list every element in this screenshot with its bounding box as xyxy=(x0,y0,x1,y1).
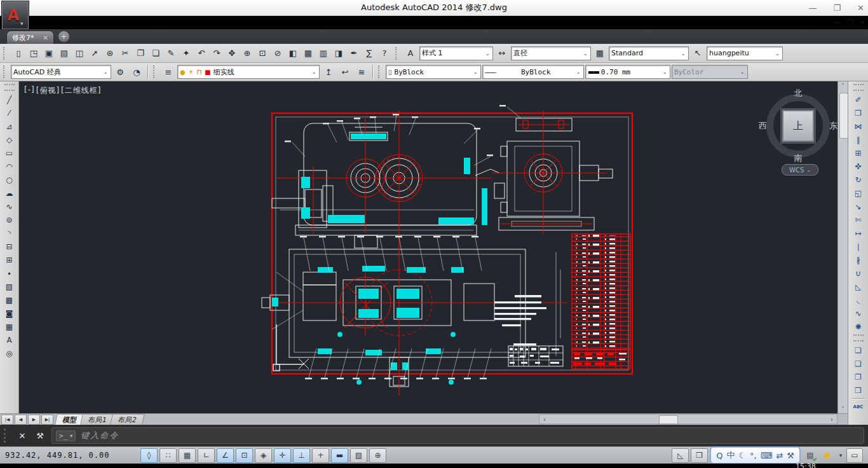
drawing-canvas[interactable]: [-] [俯视] [二维线框] xyxy=(19,81,837,413)
dim-style-combo[interactable]: 直径 ⌄ xyxy=(511,46,591,60)
zoom-realtime-button[interactable]: ⊕ xyxy=(240,46,255,61)
text-style-icon[interactable]: A xyxy=(403,46,418,61)
bring-above-button[interactable]: ❐ xyxy=(851,370,866,383)
ellipse-arc-button[interactable]: ◝ xyxy=(2,226,17,240)
command-grip[interactable] xyxy=(4,429,11,443)
hatch-button[interactable]: ▨ xyxy=(2,280,17,293)
break-at-point-button[interactable]: ∣ xyxy=(851,240,866,253)
gradient-button[interactable]: ▩ xyxy=(2,293,17,306)
tool-palettes-button[interactable]: ▥ xyxy=(316,46,331,61)
grid-toggle[interactable]: ▦ xyxy=(179,448,196,463)
command-prompt-icon[interactable]: >_ ▾ xyxy=(56,430,76,441)
quick-properties-toggle[interactable]: ⊕ xyxy=(369,448,386,463)
vertical-scrollbar[interactable]: ˄ ˅ xyxy=(837,81,848,413)
plot-preview-button[interactable]: ◫ xyxy=(72,46,87,61)
linetype-combo[interactable]: ——— ByBlock ⌄ xyxy=(482,65,584,79)
arc-button[interactable]: ◠ xyxy=(2,160,17,173)
bring-to-front-button[interactable]: ❏ xyxy=(851,343,866,357)
isolate-objects-icon[interactable]: ● xyxy=(820,449,835,462)
dim-style-icon[interactable]: ↔ xyxy=(494,46,510,61)
redo-button[interactable]: ↷ xyxy=(209,46,224,61)
insert-block-button[interactable]: ⊟ xyxy=(2,240,17,253)
scroll-up-icon[interactable]: ˄ xyxy=(841,81,844,90)
view-cube-west[interactable]: 西 xyxy=(759,120,767,132)
layer-combo[interactable]: ● ☀ ⊓ ■ 细实线 ⌄ xyxy=(177,65,320,79)
designcenter-button[interactable]: ▦ xyxy=(301,46,316,61)
fillet-button[interactable]: ◟ xyxy=(851,293,866,306)
color-combo[interactable]: ▯ ByBlock ⌄ xyxy=(386,65,481,79)
save-button[interactable]: ▣ xyxy=(41,46,57,61)
ellipse-button[interactable]: ⊜ xyxy=(2,213,17,226)
rectangle-button[interactable]: ▭ xyxy=(2,146,17,160)
scroll-right-icon[interactable]: › xyxy=(827,416,837,423)
ime-settings-icon[interactable]: ⚒ xyxy=(787,451,794,460)
spell-check-button[interactable]: ABC xyxy=(851,400,866,413)
application-menu-button[interactable]: A ▾ xyxy=(1,1,29,30)
undo-button[interactable]: ↶ xyxy=(194,46,209,61)
help-button[interactable]: ? xyxy=(377,46,392,61)
transparency-toggle[interactable]: ▧ xyxy=(350,448,367,463)
toolbar-grip[interactable] xyxy=(3,65,8,78)
file-tab-active[interactable]: 修改7* ✕ xyxy=(6,31,54,44)
copy-button[interactable]: ❐ xyxy=(133,46,148,61)
polar-tracking-toggle[interactable]: ∠ xyxy=(217,448,234,463)
point-button[interactable]: ∙ xyxy=(2,266,17,280)
create-block-button[interactable]: ⊞ xyxy=(2,253,17,266)
lineweight-combo[interactable]: ▬▬ 0.70 mm ⌄ xyxy=(585,65,670,79)
toolbar-grip[interactable] xyxy=(4,84,15,91)
table-style-combo[interactable]: Standard ⌄ xyxy=(609,46,689,60)
view-cube-south[interactable]: 南 xyxy=(794,153,803,164)
erase-button[interactable]: ✐ xyxy=(851,93,866,106)
new-file-tab-button[interactable]: + xyxy=(58,31,70,43)
extend-button[interactable]: ↦ xyxy=(851,226,866,240)
object-snap-toggle[interactable]: ⊡ xyxy=(236,448,253,463)
multiline-text-button[interactable]: A xyxy=(2,333,17,347)
workspace-settings-icon[interactable]: ⚙ xyxy=(112,64,128,79)
rotate-button[interactable]: ↻ xyxy=(851,173,866,186)
array-button[interactable]: ⊞ xyxy=(851,146,866,160)
break-button[interactable]: ∦ xyxy=(851,253,866,266)
model-space-button[interactable]: ◺ xyxy=(672,448,689,463)
toolbar-grip[interactable] xyxy=(378,65,383,78)
layer-previous-icon[interactable]: ↩ xyxy=(337,64,353,79)
chamfer-button[interactable]: ◺ xyxy=(851,280,866,293)
table-style-icon[interactable]: ▦ xyxy=(592,46,607,61)
copy-object-button[interactable]: ❐ xyxy=(851,106,866,120)
scroll-down-icon[interactable]: ˅ xyxy=(841,404,844,413)
zoom-window-button[interactable]: ⊡ xyxy=(255,46,270,61)
paste-button[interactable]: ❏ xyxy=(148,46,163,61)
infer-constraints-toggle[interactable]: ◊ xyxy=(140,448,158,463)
zoom-previous-button[interactable]: ⊘ xyxy=(270,46,285,61)
scroll-left-icon[interactable]: ‹ xyxy=(539,416,550,423)
tab-nav-next[interactable]: ▶ xyxy=(28,415,40,425)
view-cube[interactable]: 北 南 西 东 上 xyxy=(761,89,835,163)
dynamic-input-toggle[interactable]: + xyxy=(312,448,329,463)
tab-layout2[interactable]: 布局2 xyxy=(110,414,145,425)
tab-nav-last[interactable]: ▶| xyxy=(41,415,53,425)
quickcalc-button[interactable]: ∑ xyxy=(362,46,377,61)
doc-close-button[interactable]: ✕ xyxy=(860,18,865,27)
construction-line-button[interactable]: ⁄ xyxy=(2,106,17,120)
doc-minimize-button[interactable]: — xyxy=(834,18,841,27)
minimize-button[interactable]: — xyxy=(808,3,817,13)
blend-curves-button[interactable]: ∿ xyxy=(851,306,866,320)
ime-move-icon[interactable]: ⇄ xyxy=(776,451,783,460)
view-cube-north[interactable]: 北 xyxy=(794,88,803,99)
doc-restore-button[interactable]: ❐ xyxy=(847,18,853,27)
multileader-style-combo[interactable]: huangpeitu ⌄ xyxy=(707,46,783,60)
view-cube-east[interactable]: 东 xyxy=(829,120,837,132)
ortho-toggle[interactable]: ∟ xyxy=(198,448,215,463)
circle-button[interactable]: ○ xyxy=(2,173,17,186)
line-button[interactable]: ╱ xyxy=(2,93,17,106)
command-tools-icon[interactable]: ⚒ xyxy=(34,431,46,441)
sheet-set-manager-button[interactable]: ◨ xyxy=(331,46,346,61)
ime-fullwidth-icon[interactable]: ☾ xyxy=(738,451,746,460)
vertical-scroll-thumb[interactable] xyxy=(839,93,848,139)
workspace-save-icon[interactable]: ◔ xyxy=(129,64,144,79)
block-editor-button[interactable]: ✦ xyxy=(179,46,194,61)
cut-button[interactable]: ✂ xyxy=(118,46,133,61)
revision-cloud-button[interactable]: ☁ xyxy=(2,186,17,200)
toolbar-grip[interactable] xyxy=(153,65,158,78)
stretch-button[interactable]: ↘ xyxy=(851,200,866,213)
offset-button[interactable]: ∥ xyxy=(851,133,866,146)
